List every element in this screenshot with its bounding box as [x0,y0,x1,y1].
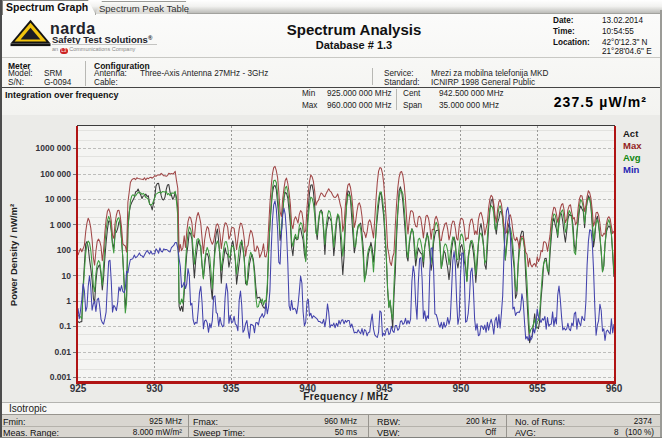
svg-text:0.1: 0.1 [59,321,71,331]
svg-text:Max: Max [623,140,642,151]
svg-text:930: 930 [146,383,163,394]
svg-text:10 000: 10 000 [45,194,71,204]
svg-text:100 000: 100 000 [40,169,71,179]
svg-text:1: 1 [66,296,71,306]
svg-text:0.001: 0.001 [50,372,72,382]
svg-text:10: 10 [62,271,72,281]
svg-text:1000 000: 1000 000 [36,143,72,153]
svg-text:925: 925 [70,383,87,394]
svg-text:955: 955 [529,383,546,394]
svg-text:950: 950 [453,383,470,394]
svg-text:1 000: 1 000 [50,220,72,230]
svg-text:935: 935 [223,383,240,394]
svg-text:0.01: 0.01 [54,347,71,357]
svg-text:Act: Act [623,128,639,139]
svg-text:100: 100 [57,245,71,255]
svg-text:Min: Min [623,164,640,175]
svg-text:960: 960 [606,383,623,394]
svg-text:Avg: Avg [623,152,641,163]
svg-text:Frequency / MHz: Frequency / MHz [303,391,388,402]
svg-text:Power Density / nW/m²: Power Density / nW/m² [8,204,19,306]
